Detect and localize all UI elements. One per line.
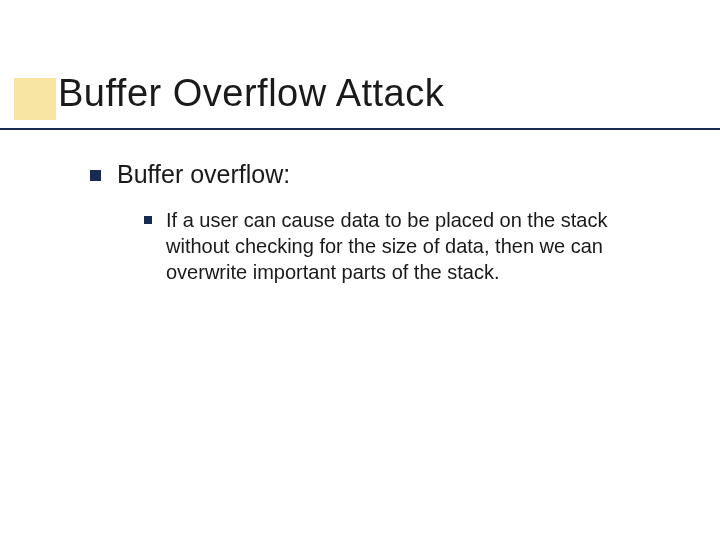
title-underline — [0, 128, 720, 130]
square-bullet-icon — [90, 170, 101, 181]
bullet-text-lvl2: If a user can cause data to be placed on… — [166, 207, 640, 285]
list-item: If a user can cause data to be placed on… — [144, 207, 660, 285]
bullet-text-lvl1: Buffer overflow: — [117, 160, 290, 189]
content-area: Buffer overflow: If a user can cause dat… — [90, 160, 660, 285]
square-bullet-icon — [144, 216, 152, 224]
slide-title: Buffer Overflow Attack — [58, 72, 444, 115]
title-accent-box — [14, 78, 56, 120]
list-item: Buffer overflow: — [90, 160, 660, 189]
slide: Buffer Overflow Attack Buffer overflow: … — [0, 0, 720, 540]
